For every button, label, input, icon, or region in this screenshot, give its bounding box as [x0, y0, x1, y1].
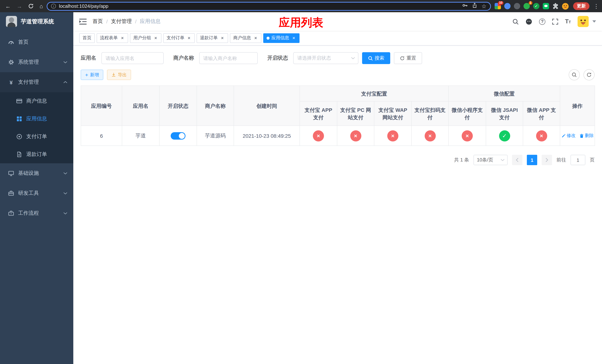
tab-user-group[interactable]: 用户分组 × — [130, 33, 161, 43]
browser-update-button[interactable]: 更新 — [573, 2, 589, 10]
tab-pay-order[interactable]: 支付订单 × — [163, 33, 195, 43]
app-name-label: 应用名 — [81, 55, 96, 62]
key-icon[interactable] — [462, 3, 467, 10]
chevron-down-icon — [63, 212, 67, 214]
sidebar-item-app-info[interactable]: 应用信息 — [0, 110, 73, 128]
column-header: 支付宝 WAP 网站支付 — [374, 101, 411, 126]
breadcrumb-separator: / — [106, 19, 108, 24]
column-header: 开启状态 — [159, 86, 197, 126]
back-icon[interactable]: ← — [5, 3, 11, 9]
sidebar-item-payment[interactable]: ¥ 支付管理 — [0, 72, 73, 92]
cell-enabled — [159, 126, 197, 146]
prev-page-button[interactable] — [512, 155, 522, 165]
close-icon[interactable]: × — [220, 36, 225, 40]
sidebar-item-home[interactable]: 首页 — [0, 32, 73, 52]
sidebar-item-system[interactable]: 系统管理 — [0, 52, 73, 72]
help-icon[interactable]: ? — [539, 18, 545, 25]
merchant-name-input[interactable] — [199, 52, 258, 64]
browser-menu-icon[interactable]: ⋮ — [593, 3, 599, 10]
chevron-right-icon — [545, 158, 548, 162]
address-bar[interactable]: i localhost:1024/pay/app ☆ — [47, 2, 491, 11]
extensions-puzzle-icon[interactable] — [552, 3, 559, 9]
sidebar-collapse-icon[interactable] — [79, 18, 87, 25]
extension-icon-blue[interactable] — [504, 3, 511, 9]
fullscreen-icon[interactable] — [552, 18, 558, 25]
search-icon[interactable] — [512, 18, 519, 25]
sidebar-item-refund-order[interactable]: 退款订单 — [0, 146, 73, 163]
app-name-input[interactable] — [101, 52, 164, 64]
sidebar-item-label: 支付订单 — [26, 133, 47, 140]
app-logo: 芋道管理系统 — [0, 12, 73, 31]
app-table: 应用编号 应用名 开启状态 商户名称 创建时间 支付宝配置 微信配置 操作 支付… — [81, 86, 595, 146]
column-header: 操作 — [560, 86, 595, 126]
sidebar-item-dev-tools[interactable]: 研发工具 — [0, 183, 73, 203]
close-icon[interactable]: × — [120, 36, 125, 40]
sidebar-item-label: 支付管理 — [18, 79, 39, 86]
credit-card-icon — [16, 98, 22, 104]
reset-button[interactable]: 重置 — [394, 52, 422, 64]
close-icon[interactable]: × — [291, 36, 296, 40]
home-icon[interactable]: ⌂ — [40, 3, 43, 9]
sidebar-item-pay-order[interactable]: 支付订单 — [0, 128, 73, 146]
tab-home[interactable]: 首页 — [79, 33, 95, 43]
site-info-icon[interactable]: i — [51, 4, 56, 9]
sidebar-item-workflow[interactable]: 工作流程 — [0, 203, 73, 223]
sidebar-item-merchant-info[interactable]: 商户信息 — [0, 92, 73, 110]
breadcrumb-home[interactable]: 首页 — [93, 18, 103, 25]
tab-refund-order[interactable]: 退款订单 × — [197, 33, 228, 43]
tab-merchant-info[interactable]: 商户信息 × — [230, 33, 261, 43]
column-header: 支付宝扫码支付 — [411, 101, 449, 126]
github-icon[interactable] — [525, 18, 532, 25]
page-size-select[interactable]: 10条/页 — [473, 155, 508, 165]
user-avatar[interactable] — [578, 16, 589, 27]
page-number-current[interactable]: 1 — [527, 155, 537, 165]
forward-icon[interactable]: → — [17, 3, 22, 9]
export-button[interactable]: 导出 — [107, 70, 131, 80]
delete-button[interactable]: 删除 — [579, 133, 594, 139]
avatar-caret-icon[interactable] — [592, 20, 596, 22]
url-text: localhost:1024/pay/app — [59, 3, 459, 9]
trash-icon — [579, 133, 584, 138]
add-button[interactable]: + 新增 — [81, 70, 103, 80]
extension-icon-check[interactable]: ✓ — [533, 3, 539, 9]
breadcrumb-payment[interactable]: 支付管理 — [111, 18, 132, 25]
font-size-icon[interactable]: TT — [565, 18, 571, 25]
cell-actions: 修改 删除 — [560, 126, 595, 146]
refresh-icon — [586, 72, 592, 77]
extension-icon-colorful[interactable]: 10 — [495, 3, 501, 9]
extension-icon-dark[interactable] — [514, 3, 520, 9]
edit-button[interactable]: 修改 — [561, 133, 576, 139]
extension-icon-chat[interactable] — [543, 3, 549, 9]
close-icon[interactable]: × — [153, 36, 158, 40]
search-icon — [572, 72, 577, 77]
yen-icon: ¥ — [8, 79, 14, 85]
refresh-table-button[interactable] — [583, 69, 595, 80]
share-icon[interactable] — [472, 3, 477, 10]
reload-icon[interactable] — [28, 3, 34, 9]
status-select[interactable]: 请选择开启状态 — [293, 52, 358, 64]
toggle-search-button[interactable] — [569, 69, 580, 80]
cell-create-time: 2021-10-23 08:49:25 — [234, 126, 300, 146]
browser-profile-avatar[interactable] — [562, 3, 569, 10]
close-icon[interactable]: × — [187, 36, 191, 40]
cell-alipay-wap: × — [374, 126, 411, 146]
cell-alipay-app: × — [300, 126, 337, 146]
sidebar-menu: 首页 系统管理 ¥ 支付管理 — [0, 32, 73, 223]
goto-page-input[interactable] — [570, 155, 585, 165]
page-size-value: 10条/页 — [477, 157, 493, 163]
enabled-toggle[interactable] — [171, 132, 185, 139]
goto-label: 前往 — [557, 157, 566, 163]
tab-process-form[interactable]: 流程表单 × — [97, 33, 128, 43]
delete-button-label: 删除 — [585, 133, 594, 139]
search-button[interactable]: 搜索 — [362, 52, 390, 64]
tab-app-info[interactable]: 应用信息 × — [263, 33, 300, 43]
cell-app-name: 芋道 — [122, 126, 159, 146]
sidebar-item-infrastructure[interactable]: 基础设施 — [0, 163, 73, 183]
status-icon: × — [350, 130, 361, 141]
close-icon[interactable]: × — [253, 36, 258, 40]
extension-icon-avatar[interactable]: 1 — [524, 3, 530, 9]
next-page-button[interactable] — [542, 155, 552, 165]
top-navbar: 首页 / 支付管理 / 应用信息 ? — [73, 12, 602, 31]
bookmark-star-icon[interactable]: ☆ — [482, 3, 486, 9]
sidebar-item-label: 研发工具 — [18, 190, 39, 197]
